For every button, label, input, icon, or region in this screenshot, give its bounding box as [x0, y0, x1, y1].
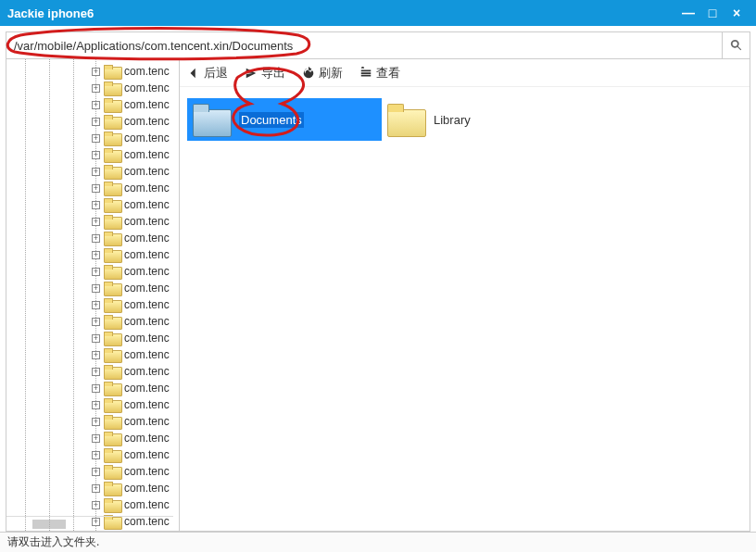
window-maximize-button[interactable]: □ — [700, 6, 724, 20]
expand-icon[interactable]: + — [92, 351, 100, 359]
folder-icon — [104, 248, 120, 261]
expand-icon[interactable]: + — [92, 101, 100, 109]
folder-icon — [104, 315, 120, 328]
tree-item-label: com.tenc — [124, 365, 170, 378]
tree-item-label: com.tenc — [124, 198, 170, 211]
tree-item-label: com.tenc — [124, 248, 170, 261]
folder-icon — [104, 482, 120, 495]
export-label: 导出 — [261, 65, 285, 82]
folder-item[interactable]: Library — [382, 98, 576, 141]
window-titlebar: Jackie iphone6 — □ × — [0, 0, 756, 26]
tree-item-label: com.tenc — [124, 465, 170, 478]
expand-icon[interactable]: + — [92, 401, 100, 409]
search-icon — [730, 39, 743, 52]
expand-icon[interactable]: + — [92, 284, 100, 293]
expand-icon[interactable]: + — [92, 518, 100, 526]
tree-item-label: com.tenc — [124, 132, 170, 144]
tree-item-label: com.tenc — [124, 98, 170, 111]
back-label: 后退 — [204, 65, 228, 82]
folder-icon — [104, 398, 120, 411]
toolbar: 后退 导出 刷新 查看 — [180, 59, 750, 87]
back-button[interactable]: 后退 — [187, 65, 228, 82]
refresh-button[interactable]: 刷新 — [302, 65, 343, 82]
expand-icon[interactable]: + — [92, 434, 100, 443]
sidebar-tree[interactable]: +com.tenc+com.tenc+com.tenc+com.tenc+com… — [6, 59, 180, 532]
tree-item-label: com.tenc — [124, 165, 170, 178]
folder-icon — [104, 98, 120, 111]
folder-icon — [104, 298, 120, 311]
tree-item-label: com.tenc — [124, 115, 170, 128]
folder-icon — [104, 348, 120, 361]
expand-icon[interactable]: + — [92, 184, 100, 193]
expand-icon[interactable]: + — [92, 84, 100, 93]
folder-icon — [104, 415, 120, 428]
folder-icon — [104, 465, 120, 478]
tree-item-label: com.tenc — [124, 65, 170, 78]
expand-icon[interactable]: + — [92, 318, 100, 326]
folder-name: Documents — [239, 112, 304, 128]
expand-icon[interactable]: + — [92, 168, 100, 176]
tree-item-label: com.tenc — [124, 265, 170, 278]
folder-icon — [104, 382, 120, 395]
window-title: Jackie iphone6 — [7, 6, 94, 20]
search-button[interactable] — [722, 32, 750, 58]
address-bar — [6, 31, 750, 59]
expand-icon[interactable]: + — [92, 118, 100, 126]
expand-icon[interactable]: + — [92, 334, 100, 343]
expand-icon[interactable]: + — [92, 151, 100, 159]
folder-icon — [104, 182, 120, 194]
view-label: 查看 — [376, 65, 400, 82]
folder-icon — [104, 65, 120, 78]
folder-icon — [104, 265, 120, 278]
folder-icon — [104, 365, 120, 378]
folder-icon — [104, 282, 120, 295]
tree-item-label: com.tenc — [124, 448, 170, 461]
expand-icon[interactable]: + — [92, 501, 100, 509]
window-minimize-button[interactable]: — — [676, 6, 700, 20]
refresh-icon — [302, 67, 315, 80]
expand-icon[interactable]: + — [92, 268, 100, 276]
tree-item-label: com.tenc — [124, 298, 170, 311]
status-bar: 请双击进入文件夹. — [0, 532, 756, 552]
expand-icon[interactable]: + — [92, 368, 100, 376]
view-icon — [359, 67, 372, 80]
folder-icon — [104, 232, 120, 245]
status-text: 请双击进入文件夹. — [7, 534, 99, 550]
expand-icon[interactable]: + — [92, 384, 100, 393]
expand-icon[interactable]: + — [92, 68, 100, 76]
tree-item-label: com.tenc — [124, 282, 170, 295]
folder-name: Library — [434, 113, 471, 127]
tree-item-label: com.tenc — [124, 482, 170, 495]
tree-item-label: com.tenc — [124, 498, 170, 511]
folder-icon — [387, 104, 424, 135]
folder-icon — [104, 82, 120, 94]
folder-icon — [104, 165, 120, 178]
path-input[interactable] — [6, 32, 722, 58]
tree-item-label: com.tenc — [124, 82, 170, 94]
folder-icon — [193, 104, 230, 135]
expand-icon[interactable]: + — [92, 484, 100, 493]
expand-icon[interactable]: + — [92, 301, 100, 309]
folder-icon — [104, 498, 120, 511]
export-button[interactable]: 导出 — [245, 65, 285, 82]
window-close-button[interactable]: × — [724, 6, 749, 20]
expand-icon[interactable]: + — [92, 251, 100, 259]
expand-icon[interactable]: + — [92, 451, 100, 459]
tree-item-label: com.tenc — [124, 398, 170, 411]
folder-icon — [104, 198, 120, 211]
tree-item-label: com.tenc — [124, 232, 170, 245]
tree-item-label: com.tenc — [124, 182, 170, 194]
tree-item-label: com.tenc — [124, 315, 170, 328]
expand-icon[interactable]: + — [92, 234, 100, 243]
expand-icon[interactable]: + — [92, 201, 100, 209]
tree-item-label: com.tenc — [124, 215, 170, 228]
folder-view[interactable]: DocumentsLibrary — [180, 87, 750, 531]
tree-item-label: com.tenc — [124, 382, 170, 395]
tree-item-label: com.tenc — [124, 415, 170, 428]
folder-item[interactable]: Documents — [187, 98, 382, 141]
view-button[interactable]: 查看 — [359, 65, 400, 82]
expand-icon[interactable]: + — [92, 218, 100, 226]
expand-icon[interactable]: + — [92, 468, 100, 476]
expand-icon[interactable]: + — [92, 134, 100, 143]
expand-icon[interactable]: + — [92, 418, 100, 426]
